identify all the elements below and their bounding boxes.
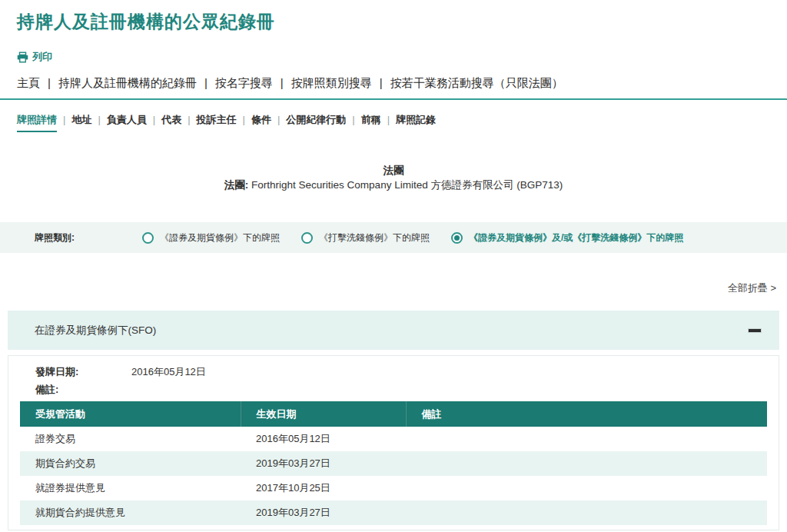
page-title: 持牌人及註冊機構的公眾紀錄冊 [0, 0, 787, 34]
effective-date-cell: 2016年05月12日 [241, 427, 406, 451]
remarks-cell [406, 500, 767, 525]
table-header-row: 受規管活動生效日期備註 [20, 401, 767, 427]
tab-separator: | [98, 114, 100, 125]
collapse-all-link[interactable]: 全部折疊 > [728, 282, 776, 294]
remarks-cell [406, 476, 767, 500]
table-row: 就證券提供意見2017年10月25日 [20, 476, 767, 500]
radio-button-icon[interactable] [301, 232, 313, 244]
licence-type-label: 牌照類別: [35, 231, 142, 244]
licence-type-bar: 牌照類別: 《證券及期貨條例》下的牌照《打擊洗錢條例》下的牌照《證券及期貨條例》… [0, 222, 787, 253]
remarks-row: 備註: [20, 383, 767, 396]
nav-separator: | [380, 76, 383, 89]
tab-separator: | [153, 114, 155, 125]
table-row: 證券交易2016年05月12日 [20, 427, 767, 451]
activity-cell: 期貨合約交易 [20, 451, 241, 476]
entity-type-label: 法團 [0, 163, 787, 178]
licence-date-label: 發牌日期: [35, 365, 131, 378]
activity-cell: 證券交易 [20, 427, 241, 451]
tab-separator: | [243, 114, 245, 125]
sfo-section-panel: 發牌日期:2016年05月12日 備註: 受規管活動生效日期備註 證券交易201… [8, 355, 779, 530]
collapse-all-row: 全部折疊 > [0, 281, 776, 295]
tab-separator: | [277, 114, 280, 125]
tab-4[interactable]: 代表 [161, 114, 181, 131]
activity-cell: 就證券提供意見 [20, 476, 241, 500]
radio-dot [454, 235, 460, 241]
tab-5[interactable]: 投訴主任 [197, 114, 237, 131]
tab-bar: 牌照詳情|地址|負責人員|代表|投訴主任|條件|公開紀律行動|前稱|牌照記錄 [17, 113, 787, 127]
nav-separator: | [48, 76, 51, 89]
sfo-section-title: 在證券及期貨條例下(SFO) [35, 324, 156, 337]
print-button[interactable]: 列印 [17, 50, 71, 64]
tab-separator: | [387, 114, 390, 125]
tab-3[interactable]: 負責人員 [107, 114, 147, 131]
tab-separator: | [188, 114, 190, 125]
licence-date-row: 發牌日期:2016年05月12日 [20, 365, 767, 378]
table-header-cell: 受規管活動 [20, 401, 241, 427]
entity-block: 法團 法團: Forthright Securities Company Lim… [0, 163, 787, 192]
entity-name-value: Forthright Securities Company Limited 方德… [251, 179, 563, 191]
collapse-minus-icon[interactable] [749, 329, 761, 332]
tab-2[interactable]: 地址 [71, 114, 91, 131]
print-label: 列印 [32, 50, 52, 64]
tab-7[interactable]: 公開紀律行動 [286, 114, 346, 131]
licence-type-option-2[interactable]: 《打擊洗錢條例》下的牌照 [301, 231, 430, 244]
teal-divider [0, 98, 787, 100]
radio-option-label: 《證券及期貨條例》下的牌照 [160, 231, 280, 244]
regulated-activities-table: 受規管活動生效日期備註 證券交易2016年05月12日期貨合約交易2019年03… [20, 401, 767, 525]
tab-separator: | [63, 114, 65, 125]
table-header-cell: 備註 [406, 401, 767, 427]
radio-option-label: 《打擊洗錢條例》下的牌照 [319, 231, 430, 244]
radio-button-icon[interactable] [142, 232, 154, 244]
public-register-page: 持牌人及註冊機構的公眾紀錄冊 列印 主頁|持牌人及註冊機構的紀錄冊|按名字搜尋|… [0, 0, 787, 532]
tab-9[interactable]: 牌照記錄 [396, 114, 436, 131]
nav-separator: | [281, 76, 284, 89]
radio-option-label: 《證券及期貨條例》及/或《打擊洗錢條例》下的牌照 [469, 231, 683, 244]
remarks-label: 備註: [35, 383, 131, 396]
tab-8[interactable]: 前稱 [361, 114, 381, 131]
printer-icon [17, 52, 28, 63]
licence-type-option-1[interactable]: 《證券及期貨條例》下的牌照 [142, 231, 280, 244]
nav-item-1[interactable]: 主頁 [17, 76, 40, 89]
effective-date-cell: 2017年10月25日 [241, 476, 406, 500]
licence-type-options: 《證券及期貨條例》下的牌照《打擊洗錢條例》下的牌照《證券及期貨條例》及/或《打擊… [142, 231, 683, 244]
remarks-cell [406, 427, 767, 451]
nav-item-2[interactable]: 持牌人及註冊機構的紀錄冊 [58, 76, 197, 89]
nav-item-5[interactable]: 按若干業務活動搜尋（只限法團） [390, 76, 563, 89]
nav-item-4[interactable]: 按牌照類別搜尋 [291, 76, 372, 89]
licence-date-value: 2016年05月12日 [131, 366, 206, 377]
table-row: 期貨合約交易2019年03月27日 [20, 451, 767, 476]
effective-date-cell: 2019年03月27日 [241, 451, 406, 476]
nav-item-3[interactable]: 按名字搜尋 [215, 76, 273, 89]
entity-name-prefix: 法團: [224, 179, 249, 191]
licence-type-option-3[interactable]: 《證券及期貨條例》及/或《打擊洗錢條例》下的牌照 [451, 231, 683, 244]
radio-button-icon[interactable] [451, 232, 463, 244]
tab-6[interactable]: 條件 [251, 114, 271, 131]
effective-date-cell: 2019年03月27日 [241, 500, 406, 525]
top-nav: 主頁|持牌人及註冊機構的紀錄冊|按名字搜尋|按牌照類別搜尋|按若干業務活動搜尋（… [17, 76, 787, 91]
table-header-cell: 生效日期 [241, 401, 406, 427]
table-row: 就期貨合約提供意見2019年03月27日 [20, 500, 767, 525]
nav-separator: | [204, 76, 208, 89]
tab-1[interactable]: 牌照詳情 [17, 114, 57, 132]
entity-name-line: 法團: Forthright Securities Company Limite… [0, 178, 787, 192]
sfo-section-header[interactable]: 在證券及期貨條例下(SFO) [8, 311, 779, 350]
activity-cell: 就期貨合約提供意見 [20, 500, 241, 525]
remarks-cell [406, 451, 767, 476]
tab-separator: | [352, 114, 354, 125]
